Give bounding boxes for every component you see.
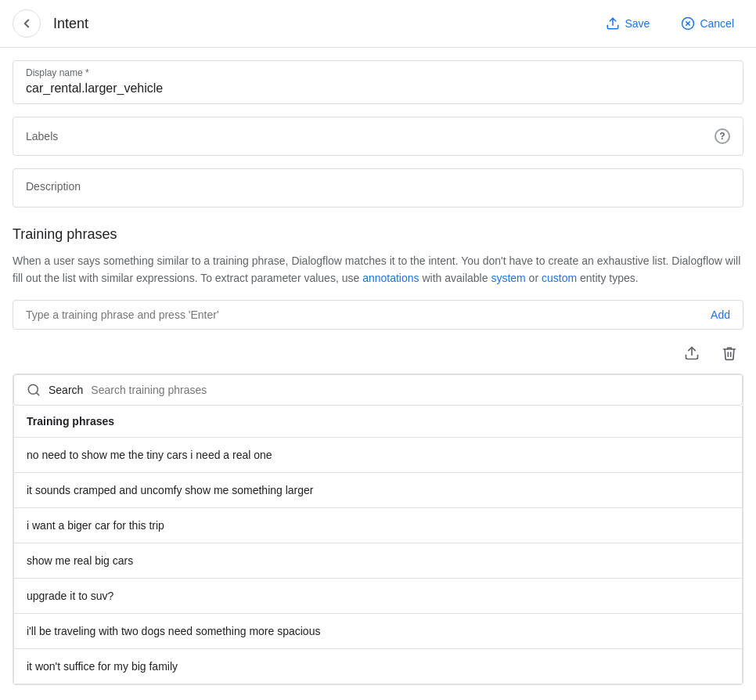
labels-row: Labels ? bbox=[13, 117, 743, 156]
training-phrases-section: Training phrases When a user says someth… bbox=[13, 226, 743, 685]
annotations-link[interactable]: annotations bbox=[362, 272, 419, 284]
phrases-table: Training phrases no need to show me the … bbox=[13, 406, 743, 684]
back-button[interactable] bbox=[13, 9, 41, 38]
system-link[interactable]: system bbox=[491, 272, 525, 284]
phrase-input-row: Add bbox=[13, 300, 743, 330]
section-description: When a user says something similar to a … bbox=[13, 252, 743, 287]
table-row[interactable]: it sounds cramped and uncomfy show me so… bbox=[14, 472, 743, 507]
phrase-cell: it sounds cramped and uncomfy show me so… bbox=[14, 472, 743, 507]
description-label: Description bbox=[26, 180, 81, 193]
table-row[interactable]: it won't suffice for my big family bbox=[14, 648, 743, 684]
page-title: Intent bbox=[53, 16, 584, 32]
table-row[interactable]: i'll be traveling with two dogs need som… bbox=[14, 613, 743, 648]
display-name-group: Display name * bbox=[13, 60, 743, 104]
cancel-button[interactable]: Cancel bbox=[671, 12, 743, 35]
table-row[interactable]: i want a biger car for this trip bbox=[14, 507, 743, 543]
search-icon bbox=[27, 383, 41, 397]
search-bar: Search bbox=[13, 374, 743, 406]
phrase-cell: it won't suffice for my big family bbox=[14, 648, 743, 684]
display-name-input[interactable] bbox=[26, 81, 730, 96]
phrase-input[interactable] bbox=[26, 309, 711, 321]
desc-text-3: or bbox=[526, 272, 542, 284]
phrase-cell: show me real big cars bbox=[14, 543, 743, 578]
header: Intent Save Cancel bbox=[0, 0, 756, 48]
save-button[interactable]: Save bbox=[596, 12, 659, 35]
description-field[interactable]: Description bbox=[13, 168, 743, 207]
section-title: Training phrases bbox=[13, 226, 743, 243]
custom-link[interactable]: custom bbox=[542, 272, 577, 284]
table-header: Training phrases bbox=[14, 406, 743, 438]
search-input[interactable] bbox=[91, 384, 729, 396]
labels-label: Labels bbox=[26, 130, 715, 143]
desc-text-4: entity types. bbox=[577, 272, 639, 284]
add-button[interactable]: Add bbox=[711, 309, 730, 321]
cancel-label: Cancel bbox=[700, 17, 734, 30]
desc-text-2: with available bbox=[419, 272, 491, 284]
phrase-cell: no need to show me the tiny cars i need … bbox=[14, 437, 743, 472]
phrases-container: Search Training phrases no need to show … bbox=[13, 373, 743, 685]
toolbar-row bbox=[13, 339, 743, 367]
phrase-cell: upgrade it to suv? bbox=[14, 578, 743, 613]
phrase-cell: i'll be traveling with two dogs need som… bbox=[14, 613, 743, 648]
save-label: Save bbox=[625, 17, 650, 30]
save-icon bbox=[606, 16, 620, 31]
back-arrow-icon bbox=[20, 16, 34, 31]
delete-icon bbox=[722, 345, 737, 361]
display-name-wrapper: Display name * bbox=[13, 60, 743, 104]
search-label: Search bbox=[49, 384, 83, 396]
cancel-icon bbox=[681, 16, 695, 31]
content-area: Display name * Labels ? Description Trai… bbox=[0, 48, 756, 698]
delete-button[interactable] bbox=[715, 339, 743, 367]
display-name-label: Display name * bbox=[26, 67, 730, 78]
upload-button[interactable] bbox=[678, 339, 706, 367]
table-row[interactable]: no need to show me the tiny cars i need … bbox=[14, 437, 743, 472]
table-row[interactable]: upgrade it to suv? bbox=[14, 578, 743, 613]
svg-line-6 bbox=[36, 392, 38, 395]
help-icon[interactable]: ? bbox=[715, 128, 730, 144]
upload-icon bbox=[684, 345, 700, 361]
phrase-cell: i want a biger car for this trip bbox=[14, 507, 743, 543]
table-row[interactable]: show me real big cars bbox=[14, 543, 743, 578]
